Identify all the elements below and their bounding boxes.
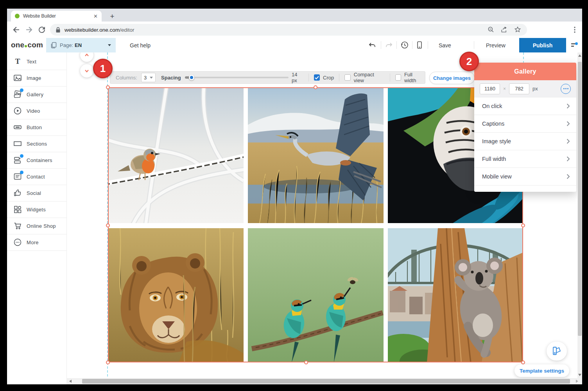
sidebar-item-widgets[interactable]: Widgets: [7, 201, 66, 218]
panel-item-mobile-view[interactable]: Mobile view: [474, 168, 576, 185]
contact-icon: [13, 172, 22, 181]
gallery-image-heron[interactable]: [248, 88, 384, 223]
move-section-up-button[interactable]: [80, 52, 93, 62]
template-settings-button[interactable]: Template settings: [514, 364, 569, 377]
spacing-slider-handle[interactable]: [189, 75, 194, 80]
width-input[interactable]: [480, 83, 500, 94]
sidebar-item-image[interactable]: Image: [7, 70, 66, 86]
panel-title: Gallery: [474, 63, 576, 80]
history-icon[interactable]: [400, 40, 409, 50]
sidebar-item-more[interactable]: More: [7, 234, 66, 251]
notification-dot: [20, 154, 23, 158]
resize-handle-bottom-center[interactable]: [304, 360, 308, 364]
browser-menu-icon[interactable]: [571, 25, 578, 34]
move-section-down-button[interactable]: [80, 64, 93, 77]
panel-item-image-style[interactable]: Image style: [474, 132, 576, 150]
step-badge-1: 1: [93, 59, 113, 78]
zoom-icon[interactable]: [487, 26, 495, 34]
columns-select[interactable]: 3: [141, 73, 156, 82]
gallery-image-lion[interactable]: [108, 228, 244, 362]
lock-icon: [56, 27, 61, 33]
save-button[interactable]: Save: [439, 42, 451, 49]
social-thumbs-up-icon: [13, 189, 22, 197]
spacing-slider[interactable]: [185, 77, 289, 78]
compact-view-label: Compact view: [354, 72, 385, 83]
page-icon: [51, 42, 57, 49]
sidebar-item-gallery[interactable]: Gallery: [7, 86, 66, 103]
horizontal-scrollbar-thumb[interactable]: [82, 379, 570, 384]
image-icon: [13, 74, 22, 82]
vertical-scrollbar-thumb[interactable]: [578, 62, 582, 336]
spacing-label: Spacing: [161, 75, 181, 81]
page-selector[interactable]: Page: EN: [46, 38, 116, 52]
forward-icon[interactable]: [24, 25, 34, 34]
bookmark-star-icon[interactable]: [514, 26, 522, 34]
mobile-preview-icon[interactable]: [415, 40, 424, 50]
panel-item-captions[interactable]: Captions: [474, 115, 576, 132]
new-tab-button[interactable]: +: [108, 12, 117, 21]
sidebar-item-online-shop[interactable]: Online Shop: [7, 218, 66, 234]
step-badge-2: 2: [459, 52, 479, 71]
resize-handle-left-middle[interactable]: [106, 223, 110, 227]
sidebar-item-social[interactable]: Social: [7, 185, 66, 202]
one-com-logo: onecom: [11, 41, 43, 49]
crop-checkbox[interactable]: [314, 74, 320, 81]
undo-icon[interactable]: [368, 40, 377, 50]
notification-dot: [20, 171, 23, 174]
scroll-up-icon[interactable]: [578, 54, 581, 57]
back-icon[interactable]: [12, 25, 21, 34]
publish-button[interactable]: Publish: [519, 38, 566, 52]
resize-handle-bottom-left[interactable]: [106, 360, 110, 364]
spacing-value: 14 px: [292, 72, 304, 83]
button-icon: [13, 123, 22, 132]
resize-handle-right-middle[interactable]: [521, 223, 525, 227]
more-options-ellipsis-button[interactable]: [561, 84, 571, 94]
tab-close-icon[interactable]: ✕: [93, 14, 98, 19]
scroll-down-icon[interactable]: [578, 373, 581, 377]
text-icon: T: [13, 57, 22, 66]
gallery-image-bee-eaters[interactable]: [248, 228, 384, 362]
layout-guide-right: [523, 52, 524, 63]
sidebar-item-containers[interactable]: Containers: [7, 152, 66, 169]
times-label: ×: [503, 86, 506, 92]
layout-guide-left: [107, 52, 108, 377]
sidebar-item-sections[interactable]: Sections: [7, 135, 66, 152]
sidebar-item-video[interactable]: Video: [7, 103, 66, 119]
reload-icon[interactable]: [37, 25, 47, 34]
compact-view-checkbox[interactable]: [344, 74, 351, 81]
gallery-image-robin[interactable]: [108, 88, 244, 223]
scroll-left-icon[interactable]: [69, 380, 72, 383]
url-bar[interactable]: websitebuilder.one.com/editor: [50, 24, 527, 36]
resize-handle-top-center[interactable]: [314, 85, 317, 89]
sidebar-item-contact[interactable]: Contact: [7, 168, 66, 185]
height-input[interactable]: [509, 83, 529, 94]
full-width-checkbox[interactable]: [395, 74, 402, 81]
horizontal-scrollbar[interactable]: [66, 378, 582, 384]
vertical-scrollbar[interactable]: [577, 52, 582, 378]
resize-handle-top-left[interactable]: [106, 85, 110, 89]
color-swatches-icon: [552, 346, 562, 356]
chevron-right-icon: [566, 156, 570, 162]
scroll-right-icon[interactable]: [575, 380, 579, 383]
get-help-link[interactable]: Get help: [130, 42, 151, 49]
panel-item-full-width[interactable]: Full width: [474, 150, 576, 168]
panel-item-on-click[interactable]: On click: [474, 97, 576, 115]
sections-icon: [13, 139, 22, 148]
template-style-fab[interactable]: [547, 342, 567, 360]
gallery-image-koala[interactable]: [388, 228, 523, 362]
redo-icon[interactable]: [384, 40, 394, 50]
widgets-icon: [13, 205, 22, 214]
page-label: Page:: [60, 42, 73, 48]
change-images-button[interactable]: Change images: [429, 72, 475, 84]
panel-size-row: × px: [474, 80, 576, 97]
resize-handle-bottom-right[interactable]: [521, 360, 525, 364]
chevron-right-icon: [566, 103, 570, 109]
browser-tab-strip: Website Builder ✕ +: [7, 9, 582, 22]
full-width-label: Full width: [404, 72, 425, 83]
sidebar-item-button[interactable]: Button: [7, 119, 66, 136]
share-icon[interactable]: [500, 26, 508, 34]
toolbar-menu-icon[interactable]: [570, 41, 579, 49]
browser-tab[interactable]: Website Builder ✕: [11, 11, 102, 22]
preview-button[interactable]: Preview: [486, 42, 506, 49]
sidebar-item-text[interactable]: T Text: [7, 53, 66, 70]
